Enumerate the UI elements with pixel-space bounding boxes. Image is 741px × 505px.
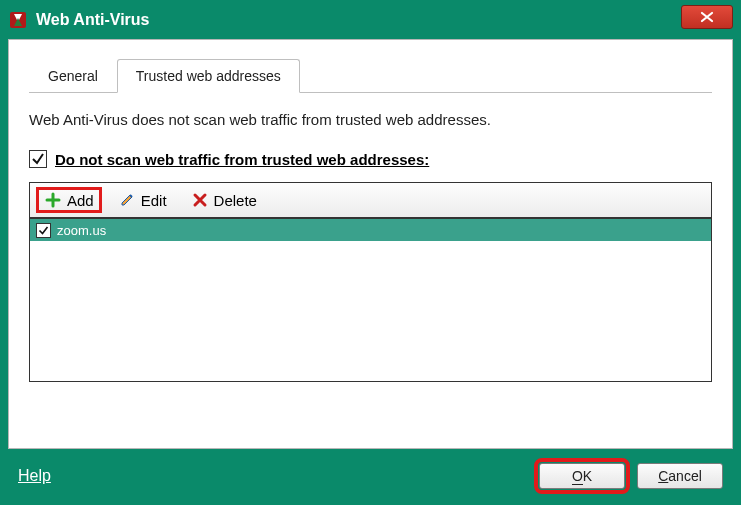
list-item[interactable]: zoom.us: [30, 219, 711, 241]
trusted-addresses-list: Add Edit: [29, 182, 712, 382]
tab-general[interactable]: General: [29, 59, 117, 93]
ok-label-rest: K: [583, 468, 592, 484]
list-item-checkbox[interactable]: [36, 223, 51, 238]
cancel-label-rest: ancel: [668, 468, 701, 484]
list-body: zoom.us: [30, 219, 711, 381]
tab-bar: General Trusted web addresses: [29, 58, 712, 93]
titlebar: Web Anti-Virus: [2, 2, 739, 37]
cancel-button[interactable]: Cancel: [637, 463, 723, 489]
plus-icon: [44, 191, 62, 209]
ok-button[interactable]: OK: [539, 463, 625, 489]
pencil-icon: [118, 191, 136, 209]
help-link[interactable]: Help: [18, 467, 527, 485]
do-not-scan-label[interactable]: Do not scan web traffic from trusted web…: [55, 151, 429, 168]
edit-button[interactable]: Edit: [110, 188, 175, 212]
window-title: Web Anti-Virus: [36, 11, 681, 29]
close-icon: [699, 11, 715, 23]
checkmark-icon: [38, 225, 49, 236]
footer-bar: Help OK Cancel: [2, 449, 739, 503]
do-not-scan-row: Do not scan web traffic from trusted web…: [29, 150, 712, 168]
description-text: Web Anti-Virus does not scan web traffic…: [29, 111, 712, 128]
delete-x-icon: [191, 191, 209, 209]
list-item-label: zoom.us: [57, 223, 106, 238]
list-toolbar: Add Edit: [30, 183, 711, 219]
do-not-scan-checkbox[interactable]: [29, 150, 47, 168]
app-icon: [8, 10, 28, 30]
checkmark-icon: [31, 152, 45, 166]
delete-label: Delete: [214, 192, 257, 209]
client-area: General Trusted web addresses Web Anti-V…: [8, 39, 733, 449]
close-button[interactable]: [681, 5, 733, 29]
tab-trusted-web-addresses[interactable]: Trusted web addresses: [117, 59, 300, 93]
delete-button[interactable]: Delete: [183, 188, 265, 212]
add-label: Add: [67, 192, 94, 209]
edit-label: Edit: [141, 192, 167, 209]
add-button[interactable]: Add: [36, 187, 102, 213]
web-antivirus-window: Web Anti-Virus General Trusted web addre…: [0, 0, 741, 505]
